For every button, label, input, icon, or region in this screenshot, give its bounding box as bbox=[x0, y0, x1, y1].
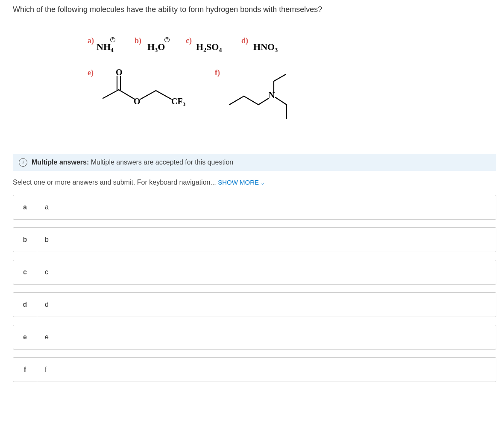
option-value: d bbox=[37, 293, 56, 317]
show-more-label: SHOW MORE bbox=[218, 179, 259, 186]
svg-line-3 bbox=[119, 90, 135, 99]
answer-options: a a b b c c d d e e f f bbox=[13, 195, 496, 382]
option-value: e bbox=[37, 325, 56, 349]
option-value: b bbox=[37, 228, 56, 252]
question-text: Which of the following molecules have th… bbox=[13, 4, 496, 15]
instruction-text: Select one or more answers and submit. F… bbox=[13, 179, 496, 186]
option-a[interactable]: a a bbox=[13, 195, 496, 220]
option-value: a bbox=[37, 195, 56, 219]
charge-plus-icon bbox=[164, 37, 170, 42]
option-e[interactable]: e e bbox=[13, 325, 496, 350]
svg-text:N: N bbox=[269, 91, 275, 100]
svg-line-14 bbox=[275, 97, 287, 105]
option-key: a bbox=[13, 195, 37, 219]
option-c[interactable]: c c bbox=[13, 260, 496, 285]
option-f[interactable]: f f bbox=[13, 357, 496, 382]
chevron-down-icon: ⌄ bbox=[261, 180, 265, 186]
formula-a: NH4 bbox=[97, 41, 114, 54]
structure-e-icon: O O CF3 bbox=[100, 68, 189, 115]
svg-line-0 bbox=[103, 90, 119, 98]
svg-line-5 bbox=[156, 91, 171, 99]
info-icon: i bbox=[19, 158, 27, 167]
formula-b: H3O bbox=[147, 41, 165, 54]
option-b[interactable]: b b bbox=[13, 227, 496, 252]
info-strong: Multiple answers: bbox=[32, 159, 89, 166]
mol-label-a: a) bbox=[88, 36, 94, 45]
mol-label-c: c) bbox=[186, 36, 192, 45]
svg-text:O: O bbox=[116, 68, 123, 77]
option-d[interactable]: d d bbox=[13, 292, 496, 317]
molecule-b: b) H3O bbox=[135, 36, 186, 49]
option-key: c bbox=[13, 260, 37, 284]
molecule-a: a) NH4 bbox=[88, 36, 135, 49]
mol-label-f: f) bbox=[215, 68, 220, 77]
info-banner: i Multiple answers: Multiple answers are… bbox=[13, 154, 496, 171]
molecule-e: e) O O CF3 bbox=[88, 68, 189, 115]
svg-text:CF3: CF3 bbox=[171, 97, 186, 107]
svg-line-9 bbox=[229, 96, 244, 105]
svg-line-11 bbox=[258, 98, 269, 105]
molecule-d: d) HNO3 bbox=[241, 36, 275, 49]
svg-line-10 bbox=[244, 96, 258, 105]
option-key: d bbox=[13, 293, 37, 317]
instruction-main: Select one or more answers and submit. F… bbox=[13, 179, 218, 186]
mol-label-e: e) bbox=[88, 68, 94, 77]
info-text: Multiple answers are accepted for this q… bbox=[89, 159, 233, 166]
option-key: e bbox=[13, 325, 37, 349]
option-key: b bbox=[13, 228, 37, 252]
molecule-diagram-area: a) NH4 b) H3O c) H2SO4 d) HNO3 e) bbox=[88, 36, 496, 123]
option-value: f bbox=[37, 358, 54, 382]
svg-text:O: O bbox=[134, 97, 141, 106]
mol-label-d: d) bbox=[241, 36, 248, 45]
formula-c: H2SO4 bbox=[196, 41, 222, 54]
option-key: f bbox=[13, 358, 37, 382]
svg-line-13 bbox=[274, 74, 286, 81]
show-more-link[interactable]: SHOW MORE ⌄ bbox=[218, 179, 265, 186]
svg-line-4 bbox=[141, 91, 156, 99]
molecule-f: f) N bbox=[215, 68, 299, 124]
formula-d: HNO3 bbox=[253, 41, 278, 54]
structure-f-icon: N bbox=[226, 68, 299, 124]
molecule-c: c) H2SO4 bbox=[186, 36, 241, 49]
mol-label-b: b) bbox=[135, 36, 141, 45]
option-value: c bbox=[37, 260, 56, 284]
